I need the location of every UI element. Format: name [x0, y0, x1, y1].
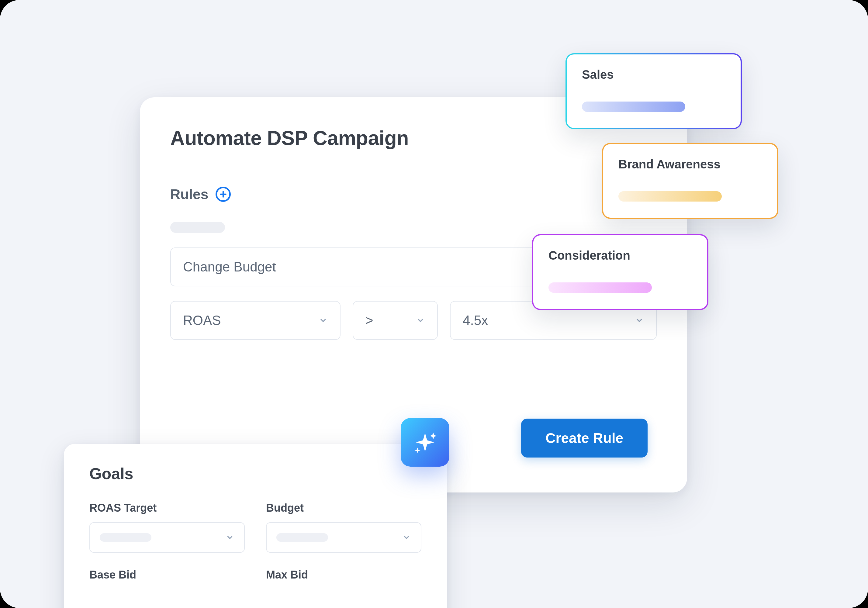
skeleton-pill — [100, 533, 151, 542]
create-rule-label: Create Rule — [546, 430, 623, 446]
skeleton-pill — [276, 533, 328, 542]
create-rule-button[interactable]: Create Rule — [521, 419, 648, 458]
goal-label: ROAS Target — [89, 502, 245, 514]
ai-sparkle-badge[interactable] — [401, 418, 450, 467]
add-rule-button[interactable] — [215, 187, 231, 202]
skeleton-pill — [170, 222, 225, 233]
metric-card-title: Sales — [582, 68, 725, 81]
card-title: Automate DSP Campaign — [170, 126, 657, 150]
condition-operator-value: > — [366, 313, 374, 328]
condition-metric-select[interactable]: ROAS — [170, 301, 341, 340]
goal-label: Max Bid — [266, 568, 422, 581]
goal-label: Base Bid — [89, 568, 245, 581]
chevron-down-icon — [402, 533, 411, 542]
goal-label: Budget — [266, 502, 422, 514]
metric-card-consideration[interactable]: Consideration — [532, 234, 708, 310]
metric-progress-bar — [618, 191, 722, 202]
goals-card: Goals ROAS Target Budget — [64, 444, 447, 608]
goal-budget-select[interactable] — [266, 522, 422, 553]
metric-progress-bar — [549, 282, 652, 293]
chevron-down-icon — [319, 316, 328, 325]
chevron-down-icon — [416, 316, 425, 325]
goal-max-bid: Max Bid — [266, 568, 422, 589]
condition-operator-select[interactable]: > — [353, 301, 438, 340]
metric-progress-bar — [582, 102, 685, 112]
metric-card-sales[interactable]: Sales — [566, 53, 742, 129]
chevron-down-icon — [225, 533, 234, 542]
goal-budget: Budget — [266, 502, 422, 553]
rules-label: Rules — [170, 186, 208, 202]
condition-metric-value: ROAS — [183, 313, 221, 328]
goal-roas-target: ROAS Target — [89, 502, 245, 553]
metric-card-title: Consideration — [549, 249, 692, 262]
goal-roas-target-select[interactable] — [89, 522, 245, 553]
metric-card-brand-awareness[interactable]: Brand Awareness — [602, 143, 778, 219]
rules-header: Rules — [170, 186, 657, 202]
metric-card-title: Brand Awareness — [618, 157, 762, 171]
plus-icon — [219, 190, 227, 198]
chevron-down-icon — [635, 316, 644, 325]
condition-value-text: 4.5x — [463, 313, 488, 328]
goals-title: Goals — [89, 465, 422, 483]
goal-base-bid: Base Bid — [89, 568, 245, 589]
app-backdrop: Automate DSP Campaign Rules Change Budge… — [0, 0, 868, 608]
rule-action-value: Change Budget — [183, 259, 276, 275]
sparkle-icon — [411, 428, 440, 457]
